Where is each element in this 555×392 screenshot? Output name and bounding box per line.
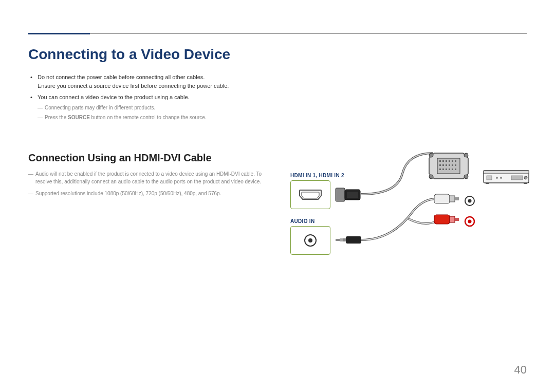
svg-point-27 [464, 175, 468, 179]
bullet-line: You can connect a video device to the pr… [38, 94, 190, 100]
svg-rect-22 [452, 169, 453, 170]
svg-point-48 [524, 176, 527, 179]
svg-rect-47 [511, 176, 523, 180]
bullet-line: Ensure you connect a source device first… [38, 83, 229, 89]
svg-rect-10 [452, 160, 453, 162]
video-device-icon [484, 171, 529, 184]
svg-rect-49 [486, 183, 489, 184]
page-number: 40 [514, 363, 527, 377]
svg-rect-17 [455, 164, 456, 166]
svg-rect-7 [442, 160, 444, 162]
svg-rect-28 [336, 239, 340, 241]
svg-rect-32 [434, 194, 450, 203]
svg-rect-50 [524, 183, 527, 184]
svg-rect-43 [484, 171, 529, 174]
svg-rect-12 [439, 164, 441, 166]
svg-rect-44 [487, 176, 492, 180]
svg-rect-30 [343, 238, 346, 241]
note-line: Press the SOURCE button on the remote co… [38, 114, 527, 121]
svg-point-26 [429, 175, 433, 179]
svg-rect-8 [446, 160, 447, 162]
svg-rect-6 [439, 160, 441, 162]
svg-rect-13 [442, 164, 444, 166]
svg-rect-4 [347, 192, 358, 198]
svg-point-45 [496, 177, 498, 179]
svg-point-46 [500, 177, 502, 179]
svg-point-24 [429, 153, 433, 157]
connection-diagram [290, 152, 532, 270]
svg-rect-23 [455, 169, 456, 170]
svg-point-36 [468, 199, 472, 202]
note-line: Connecting parts may differ in different… [38, 104, 527, 111]
svg-rect-29 [340, 238, 343, 241]
svg-rect-19 [442, 169, 444, 170]
svg-rect-14 [446, 164, 447, 166]
svg-rect-16 [452, 164, 453, 166]
sub-heading: Connection Using an HDMI-DVI Cable [28, 152, 275, 164]
svg-rect-18 [439, 169, 441, 170]
top-rule [28, 28, 527, 30]
section-heading: Connecting to a Video Device [28, 46, 527, 63]
thick-rule-accent [28, 33, 90, 34]
diagram-column: HDMI IN 1, HDMI IN 2 AUDIO IN [290, 152, 527, 197]
bullet-list: Do not connect the power cable before co… [28, 73, 527, 121]
svg-rect-31 [346, 236, 361, 244]
subsection: Connection Using an HDMI-DVI Cable Audio… [28, 152, 527, 197]
bullet-item: Do not connect the power cable before co… [38, 73, 527, 90]
svg-point-41 [468, 219, 472, 223]
svg-rect-15 [449, 164, 450, 166]
bullet-line: Do not connect the power cable before co… [38, 74, 205, 80]
svg-rect-20 [446, 169, 447, 170]
bullet-item: You can connect a video device to the pr… [38, 93, 527, 121]
left-column: Connection Using an HDMI-DVI Cable Audio… [28, 152, 275, 197]
svg-rect-2 [336, 188, 345, 201]
svg-rect-11 [455, 160, 456, 162]
svg-rect-34 [455, 197, 459, 200]
svg-rect-9 [449, 160, 450, 162]
note-line: Supported resolutions include 1080p (50/… [28, 190, 275, 197]
note-line: Audio will not be enabled if the product… [28, 170, 275, 185]
svg-rect-38 [450, 216, 455, 222]
svg-rect-39 [455, 218, 459, 221]
svg-rect-37 [434, 215, 450, 224]
svg-point-25 [464, 153, 468, 157]
svg-rect-21 [449, 169, 450, 170]
svg-rect-33 [450, 196, 455, 202]
thin-rule [28, 33, 527, 34]
